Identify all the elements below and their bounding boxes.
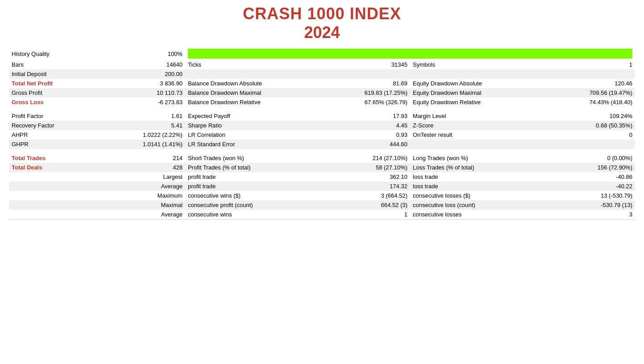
total-net-profit-value: 3 836.90 [106,79,185,88]
profit-factor-row: Profit Factor 1.61 Expected Payoff 17.93… [9,111,635,121]
gross-loss-row: Gross Loss -6 273.83 Balance Drawdown Re… [9,97,635,107]
equity-drawdown-abs-label: Equity Drawdown Absolute [410,79,544,88]
bars-label: Bars [9,60,106,69]
zscore-value: 0.68 (50.35%) [544,121,635,130]
bars-value: 14640 [106,60,185,69]
max-consec-losses-label: consecutive losses ($) [410,191,544,200]
total-deals-value: 428 [106,163,185,172]
largest-loss-trade-label: loss trade [410,172,544,182]
expected-payoff-value: 17.93 [319,111,410,121]
maximum-label: Maximum [106,191,185,200]
equity-drawdown-rel-label: Equity Drawdown Relative [410,97,544,107]
ontester-value: 0 [544,130,635,140]
largest-label: Largest [106,172,185,182]
balance-drawdown-max-label: Balance Drawdown Maximal [185,88,319,97]
maximal-consec-row: Maximal consecutive profit (count) 664.5… [9,200,635,210]
total-trades-label: Total Trades [9,153,106,163]
recovery-factor-label: Recovery Factor [9,121,106,130]
long-trades-value: 0 (0.00%) [544,153,635,163]
profit-trades-value: 58 (27.10%) [319,163,410,172]
long-trades-label: Long Trades (won %) [410,153,544,163]
average-loss-trade-label: loss trade [410,182,544,191]
max-consec-profit-label: consecutive profit (count) [185,200,319,210]
largest-profit-trade-value: 362.10 [319,172,410,182]
title-line1: CRASH 1000 INDEX [9,4,635,23]
equity-drawdown-max-value: 709.56 (19.47%) [544,88,635,97]
progress-bar-cell [185,47,635,60]
average-empty [9,182,106,191]
lr-std-error-label: LR Standard Error [185,140,319,149]
maximum-empty [9,191,106,200]
ghpr-row: GHPR 1.0141 (1.41%) LR Standard Error 44… [9,140,635,149]
zscore-label: Z-Score [410,121,544,130]
short-trades-label: Short Trades (won %) [185,153,319,163]
balance-drawdown-rel-label: Balance Drawdown Relative [185,97,319,107]
largest-empty [9,172,106,182]
ontester-label: OnTester result [410,130,544,140]
balance-drawdown-abs-label: Balance Drawdown Absolute [185,79,319,88]
equity-drawdown-abs-value: 120.46 [544,79,635,88]
gross-profit-label: Gross Profit [9,88,106,97]
gross-loss-value: -6 273.83 [106,97,185,107]
avg-consec-wins-label: consecutive wins [185,210,319,220]
average-consec-row: Average consecutive wins 1 consecutive l… [9,210,635,220]
max-consec-wins-label: consecutive wins ($) [185,191,319,200]
average2-label: Average [106,210,185,220]
ghpr-value: 1.0141 (1.41%) [106,140,185,149]
page-title: CRASH 1000 INDEX 2024 [9,4,635,42]
gross-profit-row: Gross Profit 10 110.73 Balance Drawdown … [9,88,635,97]
max-consec-losses-value: 13 (-530.79) [544,191,635,200]
ahpr-value: 1.0222 (2.22%) [106,130,185,140]
initial-deposit-row: Initial Deposit 200.00 [9,69,635,79]
recovery-factor-value: 5.41 [106,121,185,130]
equity-drawdown-max-label: Equity Drawdown Maximal [410,88,544,97]
average-profit-trade-label: profit trade [185,182,319,191]
balance-drawdown-max-value: 619.83 (17.25%) [319,88,410,97]
gap-row-1 [9,107,635,111]
ticks-value: 31345 [319,60,410,69]
margin-level-value: 109.24% [544,111,635,121]
ahpr-label: AHPR [9,130,106,140]
gap-row-2 [9,149,635,153]
maximal-empty [9,200,106,210]
title-line2: 2024 [9,23,635,42]
history-quality-value: 100% [106,47,185,60]
loss-trades-label: Loss Trades (% of total) [410,163,544,172]
max-consec-wins-value: 3 (664.52) [319,191,410,200]
maximal-label: Maximal [106,200,185,210]
average-profit-trade-value: 174.32 [319,182,410,191]
lr-std-error-value: 444.60 [319,140,410,149]
total-deals-label: Total Deals [9,163,106,172]
symbols-value: 1 [544,60,635,69]
expected-payoff-label: Expected Payoff [185,111,319,121]
loss-trades-value: 156 (72.90%) [544,163,635,172]
ticks-label: Ticks [185,60,319,69]
history-quality-row: History Quality 100% [9,47,635,60]
bars-row: Bars 14640 Ticks 31345 Symbols 1 [9,60,635,69]
avg-consec-losses-value: 3 [544,210,635,220]
initial-deposit-label: Initial Deposit [9,69,106,79]
equity-drawdown-rel-value: 74.43% (418.40) [544,97,635,107]
symbols-label: Symbols [410,60,544,69]
sharpe-ratio-label: Sharpe Ratio [185,121,319,130]
stats-table: History Quality 100% Bars 14640 Ticks 31… [9,47,635,227]
short-trades-value: 214 (27.10%) [319,153,410,163]
balance-drawdown-rel-value: 67.65% (326.79) [319,97,410,107]
largest-row: Largest profit trade 362.10 loss trade -… [9,172,635,182]
total-trades-row: Total Trades 214 Short Trades (won %) 21… [9,153,635,163]
max-consec-profit-value: 664.52 (3) [319,200,410,210]
maximum-consec-row: Maximum consecutive wins ($) 3 (664.52) … [9,191,635,200]
initial-deposit-value: 200.00 [106,69,185,79]
profit-factor-label: Profit Factor [9,111,106,121]
largest-loss-trade-value: -40.86 [544,172,635,182]
total-trades-value: 214 [106,153,185,163]
recovery-factor-row: Recovery Factor 5.41 Sharpe Ratio 4.45 Z… [9,121,635,130]
total-net-profit-row: Total Net Profit 3 836.90 Balance Drawdo… [9,79,635,88]
profit-factor-value: 1.61 [106,111,185,121]
avg-consec-losses-label: consecutive losses [410,210,544,220]
total-deals-row: Total Deals 428 Profit Trades (% of tota… [9,163,635,172]
largest-profit-trade-label: profit trade [185,172,319,182]
max-consec-loss-value: -530.79 (13) [544,200,635,210]
lr-correlation-value: 0.93 [319,130,410,140]
average2-empty [9,210,106,220]
